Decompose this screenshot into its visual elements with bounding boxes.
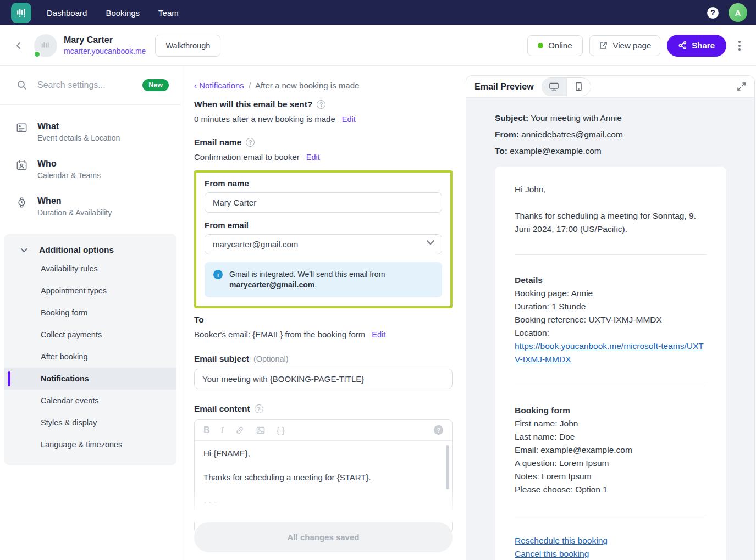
image-icon[interactable] [256, 425, 266, 435]
sidebar-item-who[interactable]: Who Calendar & Teams [0, 159, 181, 180]
profile-url-link[interactable]: mcarter.youcanbook.me [64, 47, 146, 56]
cancel-booking-link[interactable]: Cancel this booking [515, 549, 589, 558]
additional-options-title: Additional options [39, 245, 114, 255]
mail-detail-line: Booking reference: UXTV-IXMJ-MMDX [515, 313, 707, 326]
mail-form-line: Please choose: Option 1 [515, 483, 707, 496]
editor-help-icon[interactable]: ? [434, 425, 443, 435]
when-sent-label: When will this email be sent? ? [194, 99, 453, 109]
from-name-label: From name [205, 179, 442, 188]
online-status-dot [34, 51, 41, 58]
sidebar-item-subtitle: Calendar & Teams [37, 171, 101, 180]
question-circle-icon[interactable]: ? [246, 138, 255, 147]
help-icon[interactable]: ? [707, 7, 719, 19]
sidebar-item-language-timezones[interactable]: Language & timezones [4, 434, 176, 456]
mail-form-line: A question: Lorem Ipsum [515, 457, 707, 470]
desktop-view-toggle[interactable] [542, 78, 566, 96]
account-avatar[interactable]: A [729, 3, 747, 22]
calendar-teams-icon [15, 159, 28, 180]
sidebar-item-title: What [37, 121, 120, 131]
sidebar-item-what[interactable]: What Event details & Location [0, 121, 181, 142]
profile-name: Mary Carter [64, 35, 146, 45]
search-row: New [0, 66, 181, 105]
mail-detail-line: Duration: 1 Stunde [515, 300, 707, 313]
booking-page-avatar[interactable] [34, 34, 57, 57]
chevron-down-icon [20, 246, 29, 254]
location-link[interactable]: https://book.youcanbook.me/microsoft-tea… [515, 341, 704, 364]
breadcrumb-current: After a new booking is made [255, 81, 359, 90]
mail-detail-line: Location: [515, 326, 707, 340]
email-name-label: Email name ? [194, 137, 453, 147]
search-icon [16, 80, 27, 91]
sidebar-item-calendar-events[interactable]: Calendar events [4, 390, 176, 412]
link-icon[interactable] [235, 425, 245, 435]
sidebar-item-when[interactable]: When Duration & Availability [0, 196, 181, 217]
edit-when-sent-link[interactable]: Edit [342, 115, 356, 124]
chevron-down-icon [427, 240, 434, 245]
nav-item-bookings[interactable]: Bookings [106, 8, 140, 18]
email-content-editor[interactable]: B I { } ? Hi {FN [194, 419, 453, 534]
sidebar-item-appointment-types[interactable]: Appointment types [4, 280, 176, 302]
youcanbookme-logo-icon[interactable] [11, 3, 31, 23]
email-content-text[interactable]: Hi {FNAME}, Thanks for scheduling a meet… [195, 441, 452, 534]
sidebar-item-availability-rules[interactable]: Availability rules [4, 258, 176, 280]
mail-intro: Thanks for scheduling a meeting for Sonn… [515, 209, 707, 236]
merge-tags-icon[interactable]: { } [277, 425, 285, 435]
when-sent-value: 0 minutes after a new booking is madeEdi… [194, 114, 453, 124]
share-button[interactable]: Share [667, 35, 726, 57]
italic-icon[interactable]: I [221, 425, 224, 435]
breadcrumb-back-link[interactable]: ‹ Notifications [194, 81, 244, 90]
sidebar-item-booking-form[interactable]: Booking form [4, 302, 176, 324]
edit-to-link[interactable]: Edit [372, 330, 385, 339]
view-page-button[interactable]: View page [589, 35, 661, 56]
sidebar-item-after-booking[interactable]: After booking [4, 346, 176, 368]
from-email-select[interactable] [205, 234, 442, 254]
highlighted-sender-section: From name From email i Gmail is integrat… [194, 170, 453, 308]
device-toggle [542, 77, 591, 96]
email-preview-panel: Email Preview [466, 75, 755, 560]
external-link-icon [599, 41, 608, 50]
bold-icon[interactable]: B [203, 425, 210, 435]
from-name-input[interactable] [205, 192, 442, 213]
mail-greeting: Hi John, [515, 183, 707, 196]
all-changes-saved-button: All changes saved [194, 522, 453, 552]
mail-details-title: Details [515, 274, 707, 287]
notification-editor-panel: ‹ Notifications / After a new booking is… [182, 66, 466, 560]
nav-item-dashboard[interactable]: Dashboard [47, 8, 87, 18]
more-options-kebab-icon[interactable] [734, 37, 745, 54]
mail-detail-line: Booking page: Annie [515, 287, 707, 300]
additional-options-header[interactable]: Additional options [4, 242, 176, 258]
email-subject-input[interactable] [194, 369, 453, 389]
email-preview-title: Email Preview [474, 82, 534, 92]
mail-form-line: Email: example@example.com [515, 443, 707, 457]
editor-toolbar: B I { } ? [195, 420, 452, 441]
from-email-label: From email [205, 220, 442, 230]
gmail-integration-info: i Gmail is integrated. We'll send this e… [205, 262, 442, 297]
sidebar-item-styles-display[interactable]: Styles & display [4, 412, 176, 434]
sidebar-item-collect-payments[interactable]: Collect payments [4, 324, 176, 346]
email-preview-header: Email Preview [466, 76, 754, 98]
expand-preview-icon[interactable] [737, 82, 746, 91]
sidebar-item-notifications[interactable]: Notifications [4, 368, 176, 390]
email-content-label: Email content ? [194, 404, 453, 414]
additional-options-section: Additional options Availability rules Ap… [4, 234, 176, 465]
edit-email-name-link[interactable]: Edit [306, 153, 320, 162]
question-circle-icon[interactable]: ? [317, 100, 325, 109]
share-icon [678, 41, 687, 49]
breadcrumb-separator: / [249, 81, 251, 90]
reschedule-booking-link[interactable]: Reschedule this booking [515, 536, 608, 545]
online-status-button[interactable]: Online [527, 35, 582, 56]
event-details-icon [15, 121, 28, 142]
page-header: Mary Carter mcarter.youcanbook.me Walkth… [0, 25, 756, 66]
nav-item-team[interactable]: Team [158, 8, 179, 18]
editor-scrollbar[interactable] [446, 445, 449, 489]
mobile-view-toggle[interactable] [566, 78, 591, 96]
top-nav-items: Dashboard Bookings Team [47, 8, 179, 18]
walkthrough-button[interactable]: Walkthrough [155, 35, 220, 57]
question-circle-icon[interactable]: ? [255, 404, 263, 413]
search-input[interactable] [37, 80, 133, 90]
email-subject-label: Email subject (Optional) [194, 354, 453, 364]
to-label: To [194, 315, 453, 325]
back-chevron-icon[interactable] [14, 39, 23, 52]
preview-meta: Subject: Your meeting with Annie From: a… [495, 110, 726, 159]
mobile-icon [575, 82, 582, 91]
